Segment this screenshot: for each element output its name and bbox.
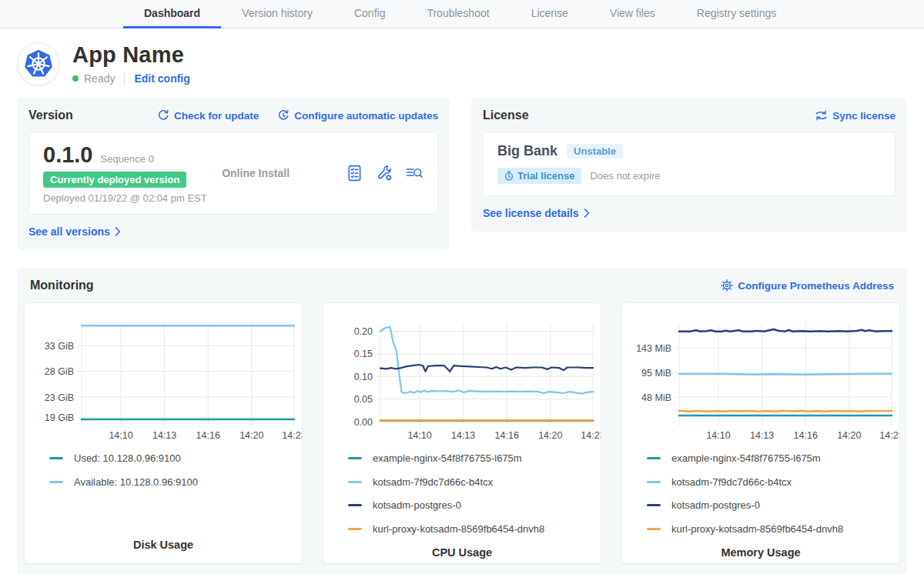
svg-text:14:13: 14:13	[152, 430, 176, 441]
legend-item: Available: 10.128.0.96:9100	[49, 476, 302, 488]
chart-title: CPU Usage	[323, 546, 601, 559]
svg-text:0.20: 0.20	[354, 326, 373, 337]
svg-text:14:13: 14:13	[451, 430, 475, 441]
divider	[124, 73, 125, 85]
license-expiration: Does not expire	[590, 170, 660, 182]
chevron-right-icon	[115, 227, 121, 236]
license-name: Big Bank	[497, 143, 557, 159]
see-all-versions-link[interactable]: See all versions	[28, 225, 121, 238]
legend-dash	[49, 481, 63, 483]
chevron-right-icon	[584, 209, 590, 218]
chart-legend: example-nginx-54f8f76755-l675mkotsadm-7f…	[323, 452, 601, 546]
legend-item: kotsadm-7f9dc7d66c-b4tcx	[647, 476, 899, 488]
legend-label: Used: 10.128.0.96:9100	[74, 452, 181, 464]
wrench-gear-icon	[376, 165, 393, 182]
svg-text:14:20: 14:20	[239, 430, 263, 441]
tab-registry-settings[interactable]: Registry settings	[676, 0, 797, 28]
version-card: Version Check for update Configure au	[17, 98, 450, 250]
chart-legend: Used: 10.128.0.96:9100Available: 10.128.…	[25, 452, 302, 499]
logs-search-icon	[405, 165, 424, 182]
tab-version-history[interactable]: Version history	[221, 0, 333, 28]
legend-dash	[647, 528, 661, 530]
edit-config-button[interactable]	[376, 165, 393, 182]
chart-title: Memory Usage	[622, 546, 899, 559]
refresh-icon	[157, 109, 169, 122]
license-panel: Big Bank Unstable Trial license Does not…	[483, 132, 896, 196]
svg-text:14:16: 14:16	[495, 430, 519, 441]
legend-dash	[348, 504, 362, 506]
app-logo	[17, 42, 60, 85]
edit-config-link[interactable]: Edit config	[134, 72, 189, 85]
see-all-versions-label: See all versions	[28, 225, 110, 238]
configure-prometheus-link[interactable]: Configure Prometheus Address	[721, 279, 894, 292]
svg-text:14:10: 14:10	[109, 430, 132, 441]
install-type: Online Install	[222, 142, 346, 204]
monitoring-title: Monitoring	[30, 279, 94, 292]
svg-text:0.15: 0.15	[354, 349, 373, 359]
channel-badge: Unstable	[567, 144, 623, 159]
legend-item: kotsadm-postgres-0	[647, 499, 899, 511]
memory-usage-card: 14:1014:1314:1614:2014:23143 MiB95 MiB48…	[621, 302, 900, 564]
see-license-details-link[interactable]: See license details	[483, 207, 590, 219]
svg-text:14:16: 14:16	[196, 430, 220, 441]
configure-auto-updates-label: Configure automatic updates	[294, 110, 438, 122]
cpu-usage-card: 14:1014:1314:1614:2014:230.200.150.100.0…	[323, 302, 601, 564]
svg-text:14:10: 14:10	[706, 430, 730, 441]
trial-license-label: Trial license	[517, 170, 574, 182]
legend-dash	[348, 481, 362, 483]
memory-usage-chart: 14:1014:1314:1614:2014:23143 MiB95 MiB48…	[622, 314, 899, 446]
stopwatch-icon	[504, 171, 514, 181]
version-sequence: Sequence 0	[101, 153, 154, 165]
svg-text:14:10: 14:10	[407, 430, 431, 441]
see-license-details-label: See license details	[483, 207, 579, 219]
check-for-update-label: Check for update	[174, 110, 259, 122]
legend-label: Available: 10.128.0.96:9100	[74, 476, 198, 488]
svg-text:28 GiB: 28 GiB	[45, 366, 74, 377]
legend-label: kotsadm-postgres-0	[671, 499, 760, 511]
svg-text:0.05: 0.05	[354, 394, 373, 405]
version-card-title: Version	[28, 108, 73, 122]
deployed-badge: Currently deployed version	[43, 172, 186, 188]
legend-item: kurl-proxy-kotsadm-8569fb6454-dnvh8	[647, 523, 899, 535]
legend-item: kotsadm-7f9dc7d66c-b4tcx	[348, 476, 601, 488]
clock-refresh-icon	[277, 109, 290, 122]
tab-dashboard[interactable]: Dashboard	[123, 0, 221, 28]
svg-text:19 GiB: 19 GiB	[45, 412, 74, 423]
disk-usage-chart: 14:1014:1314:1614:2014:2333 GiB28 GiB23 …	[25, 314, 302, 446]
legend-label: kotsadm-7f9dc7d66c-b4tcx	[373, 476, 493, 488]
legend-item: Used: 10.128.0.96:9100	[49, 452, 302, 464]
tab-troubleshoot[interactable]: Troubleshoot	[406, 0, 510, 28]
tab-view-files[interactable]: View files	[589, 0, 676, 28]
legend-item: kurl-proxy-kotsadm-8569fb6454-dnvh8	[348, 523, 601, 535]
sync-license-label: Sync license	[832, 110, 896, 122]
svg-text:0.00: 0.00	[354, 417, 373, 428]
configure-prometheus-label: Configure Prometheus Address	[738, 280, 894, 292]
trial-license-badge: Trial license	[497, 168, 581, 184]
current-version-panel: 0.1.0 Sequence 0 Currently deployed vers…	[28, 132, 438, 215]
legend-dash	[49, 457, 63, 459]
tab-license[interactable]: License	[511, 0, 589, 28]
legend-label: kotsadm-7f9dc7d66c-b4tcx	[671, 476, 792, 488]
preflight-checks-button[interactable]	[346, 165, 363, 182]
legend-dash	[348, 457, 362, 459]
svg-text:23 GiB: 23 GiB	[45, 392, 74, 403]
legend-item: example-nginx-54f8f76755-l675m	[647, 452, 899, 464]
legend-item: example-nginx-54f8f76755-l675m	[348, 452, 601, 464]
license-card: License Sync license Big Bank Unstable	[471, 98, 907, 232]
legend-label: example-nginx-54f8f76755-l675m	[671, 452, 821, 464]
monitoring-section: Monitoring Configure Prometheus Address …	[17, 269, 907, 574]
legend-dash	[647, 504, 661, 506]
sync-license-link[interactable]: Sync license	[815, 110, 896, 122]
top-nav: Dashboard Version history Config Trouble…	[0, 0, 924, 28]
configure-auto-updates-link[interactable]: Configure automatic updates	[277, 109, 438, 122]
tab-config[interactable]: Config	[333, 0, 406, 28]
svg-text:14:20: 14:20	[837, 430, 861, 441]
view-logs-button[interactable]	[405, 165, 424, 182]
legend-item: kotsadm-postgres-0	[348, 499, 601, 511]
legend-label: kotsadm-postgres-0	[373, 499, 461, 511]
svg-text:14:23: 14:23	[282, 430, 303, 441]
app-header: App Name Ready Edit config	[0, 28, 924, 85]
check-for-update-link[interactable]: Check for update	[157, 109, 259, 122]
license-card-title: License	[483, 108, 529, 122]
status-text: Ready	[84, 72, 115, 85]
